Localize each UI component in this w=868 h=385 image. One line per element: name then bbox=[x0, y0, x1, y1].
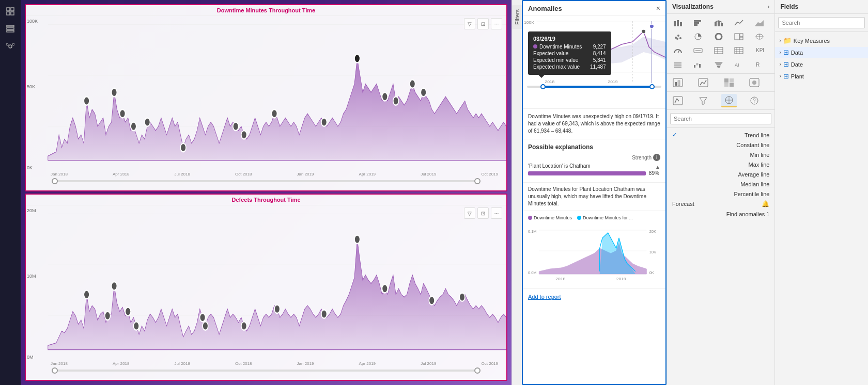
key-measures-label: Key Measures bbox=[794, 38, 830, 44]
viz-combo-chart[interactable] bbox=[711, 16, 726, 29]
plant-label: Plant bbox=[791, 73, 804, 79]
viz-line-chart[interactable] bbox=[731, 16, 747, 29]
analytics-search-input[interactable] bbox=[670, 113, 771, 124]
bottom-chart-slider[interactable] bbox=[52, 367, 481, 374]
legend-downtime-for: Downtime Minutes for ... bbox=[577, 215, 633, 220]
y-label-100k-top: 100K bbox=[27, 19, 38, 24]
field-group-header-date[interactable]: › ⊞ Date bbox=[775, 59, 868, 70]
viz-funnel[interactable] bbox=[711, 58, 726, 71]
svg-rect-77 bbox=[721, 23, 723, 26]
svg-rect-6 bbox=[7, 30, 14, 32]
viz-bar-chart[interactable] bbox=[690, 16, 706, 29]
svg-text:2019: 2019 bbox=[616, 277, 626, 281]
median-line-item[interactable]: ✓ Median line bbox=[667, 179, 774, 189]
viz-analytics-icon[interactable] bbox=[721, 94, 737, 107]
max-line-label: Max line bbox=[749, 162, 770, 168]
info-icon[interactable]: i bbox=[653, 154, 660, 161]
viz-scatter[interactable] bbox=[670, 30, 686, 43]
anomalies-close-button[interactable]: × bbox=[656, 4, 660, 12]
trend-line-item[interactable]: ✓ Trend line bbox=[667, 130, 774, 140]
viz-expand-icon[interactable]: › bbox=[767, 3, 769, 10]
svg-rect-123 bbox=[724, 83, 729, 87]
min-line-label: Min line bbox=[750, 152, 770, 158]
field-group-header-data[interactable]: › ⊞ Data bbox=[775, 47, 868, 58]
data-table-icon: ⊞ bbox=[783, 49, 789, 56]
viz-format-icon[interactable] bbox=[670, 94, 686, 107]
svg-rect-69 bbox=[674, 21, 676, 26]
viz-kpi[interactable]: KPI bbox=[752, 44, 767, 57]
add-to-report-button[interactable]: Add to report bbox=[528, 294, 561, 300]
more-tool-btn[interactable]: ··· bbox=[491, 18, 502, 29]
percentile-line-check: ✓ bbox=[672, 190, 677, 197]
viz-waterfall[interactable] bbox=[690, 58, 706, 71]
key-measures-folder-icon: 📁 bbox=[783, 37, 792, 44]
constant-line-item[interactable]: ✓ Constant line bbox=[667, 140, 774, 150]
percentile-line-item[interactable]: ✓ Percentile line bbox=[667, 189, 774, 199]
data-label: Data bbox=[791, 50, 803, 56]
focus-tool-btn-b[interactable]: ⊡ bbox=[477, 207, 489, 219]
svg-point-21 bbox=[180, 143, 186, 152]
model-view-icon[interactable] bbox=[3, 39, 18, 54]
filter-tool-btn[interactable]: ▽ bbox=[464, 18, 475, 29]
svg-line-91 bbox=[678, 50, 679, 53]
forecast-bell-icon[interactable]: 🔔 bbox=[762, 200, 769, 207]
svg-point-23 bbox=[241, 131, 247, 139]
viz-gauge[interactable] bbox=[670, 44, 686, 57]
tooltip-row-3: Expected min value 5,341 bbox=[533, 57, 606, 63]
viz-filter-icon[interactable] bbox=[695, 94, 711, 107]
field-group-header-key-measures[interactable]: › 📁 Key Measures bbox=[775, 35, 868, 46]
fields-pane: Fields › 📁 Key Measures bbox=[775, 0, 868, 385]
more-tool-btn-b[interactable]: ··· bbox=[491, 207, 502, 219]
svg-rect-71 bbox=[680, 22, 682, 26]
y-label-0k-top: 0K bbox=[27, 165, 33, 170]
y-label-0m: 0M bbox=[27, 355, 34, 360]
fields-header: Fields bbox=[775, 0, 868, 14]
viz-special-2[interactable] bbox=[695, 76, 711, 89]
max-line-item[interactable]: ✓ Max line bbox=[667, 159, 774, 169]
svg-rect-122 bbox=[730, 78, 734, 83]
anomalies-title: Anomalies bbox=[528, 5, 562, 12]
viz-special-3[interactable] bbox=[721, 76, 737, 89]
report-view-icon[interactable] bbox=[3, 4, 18, 19]
svg-point-36 bbox=[105, 312, 111, 320]
anomalies-header: Anomalies × bbox=[523, 1, 665, 16]
comparison-chart: 0.1M 0.0M 20K 10K 0K 2018 bbox=[528, 222, 660, 284]
filter-tool-btn-b[interactable]: ▽ bbox=[464, 207, 475, 219]
viz-stacked-bar[interactable] bbox=[670, 16, 686, 29]
svg-text:100K: 100K bbox=[524, 20, 534, 25]
svg-rect-98 bbox=[735, 47, 743, 54]
fields-search-input[interactable] bbox=[778, 17, 865, 28]
viz-slicer[interactable] bbox=[670, 58, 686, 71]
filters-tab[interactable]: Filters bbox=[512, 5, 522, 29]
tooltip-date: 03/26/19 bbox=[533, 36, 606, 42]
min-line-item[interactable]: ✓ Min line bbox=[667, 150, 774, 159]
viz-donut-chart[interactable] bbox=[711, 30, 726, 43]
viz-special-1[interactable] bbox=[670, 76, 686, 89]
viz-matrix[interactable] bbox=[731, 44, 747, 57]
svg-point-47 bbox=[459, 293, 465, 301]
data-view-icon[interactable] bbox=[3, 22, 18, 36]
viz-special-4[interactable] bbox=[747, 76, 762, 89]
find-anomalies-item[interactable]: ✓ Find anomalies 1 bbox=[667, 209, 774, 219]
svg-text:20K: 20K bbox=[649, 229, 656, 234]
svg-line-118 bbox=[700, 82, 702, 85]
defects-chart-area: ▽ ⊡ ··· 20M 10M 0M bbox=[26, 205, 506, 375]
legend-label-downtime: Downtime Minutes bbox=[534, 215, 572, 220]
viz-table[interactable] bbox=[711, 44, 726, 57]
avg-line-item[interactable]: ✓ Average line bbox=[667, 169, 774, 179]
expand-explanation-icon[interactable]: ▲ bbox=[655, 164, 660, 170]
viz-treemap[interactable] bbox=[731, 30, 747, 43]
viz-map[interactable] bbox=[752, 30, 767, 43]
viz-card[interactable] bbox=[690, 44, 706, 57]
viz-pie-chart[interactable] bbox=[690, 30, 706, 43]
top-chart-slider[interactable] bbox=[52, 178, 481, 185]
svg-point-81 bbox=[676, 38, 678, 40]
viz-qa-icon[interactable]: ? bbox=[747, 94, 762, 107]
anomalies-panel: Anomalies × 03/26/19 Downtime Minutes 9,… bbox=[522, 0, 667, 385]
viz-r-script[interactable]: R bbox=[752, 58, 767, 71]
field-group-header-plant[interactable]: › ⊞ Plant bbox=[775, 71, 868, 82]
focus-tool-btn[interactable]: ⊡ bbox=[477, 18, 489, 29]
viz-ai[interactable]: AI bbox=[731, 58, 747, 71]
viz-area-chart[interactable] bbox=[752, 16, 767, 29]
svg-point-56 bbox=[649, 24, 654, 28]
